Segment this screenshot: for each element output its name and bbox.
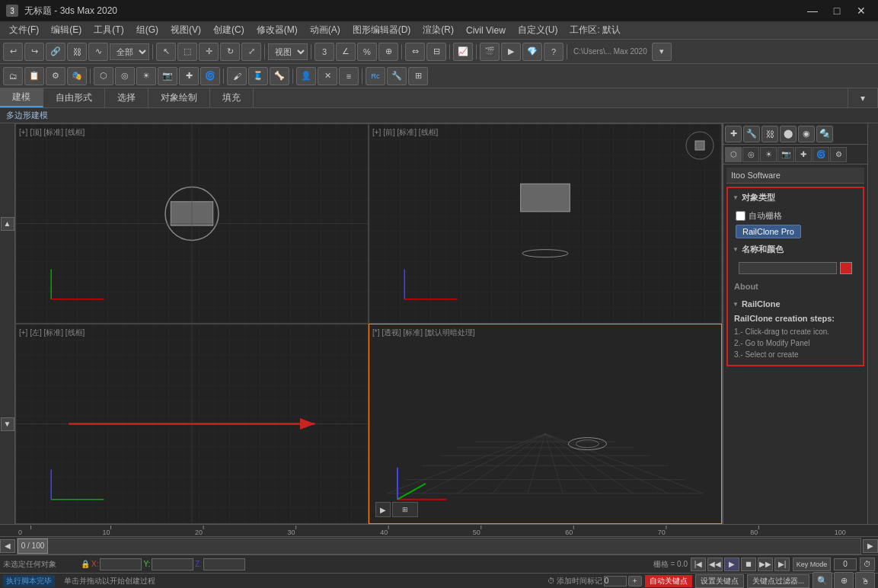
play-button[interactable]: ▶ [375,502,391,517]
render-setup-button[interactable]: 🎬 [480,43,500,61]
panel-spacewarp-btn[interactable]: 🌀 [813,147,829,162]
section-railclone[interactable]: RailClone [730,297,861,311]
go-start-button[interactable]: |◀ [691,558,706,571]
menu-file[interactable]: 文件(F) [3,22,45,38]
search-button[interactable]: 🔍 [813,572,832,589]
geometry-button[interactable]: ⬡ [94,67,113,85]
sub-tab-more[interactable]: ▾ [848,88,878,107]
viewport-front[interactable]: [+] [前] [标准] [线框] [369,123,722,324]
spinner-snap-button[interactable]: ⊕ [378,43,398,61]
panel-tab-modify[interactable]: 🔧 [743,126,760,142]
viewport-persp[interactable]: [*] [透视] [标准] [默认明暗处理] ▶ ⊞ [369,324,722,524]
keyfilter-button[interactable]: 关键点过滤器... [747,574,809,588]
panel-tab-create[interactable]: ✚ [725,126,742,142]
spacewarps-button[interactable]: 🌀 [200,67,220,85]
scroll-up-button[interactable]: ▲ [1,217,14,231]
select-region-button[interactable]: ⬚ [177,43,197,61]
rc-icon-3[interactable]: ⊞ [408,67,428,85]
panel-lights-btn[interactable]: ☀ [760,147,777,162]
viewport-layout-button[interactable]: ⊞ [392,502,418,517]
scene-states-button[interactable]: 🎭 [67,67,87,85]
panel-tab-motion[interactable]: ⬤ [780,126,797,142]
link-button[interactable]: 🔗 [46,43,65,61]
align-button[interactable]: ⊟ [426,43,446,61]
select-filter-dropdown[interactable]: 全部 [110,43,149,60]
menu-render[interactable]: 渲染(R) [417,22,460,38]
panel-tab-display[interactable]: ◉ [798,126,815,142]
paint-button[interactable]: 🖌 [227,67,247,85]
panel-tab-utilities[interactable]: 🔩 [816,126,833,142]
move-button[interactable]: ✛ [199,43,219,61]
menu-animation[interactable]: 动画(A) [304,22,346,38]
panel-systems-btn[interactable]: ⚙ [830,147,847,162]
next-key-button[interactable]: ▶▶ [758,558,773,571]
section-name-color[interactable]: 名称和颜色 [730,241,861,257]
scale-button[interactable]: ⤢ [241,43,261,61]
viewport-left[interactable]: [+] [左] [标准] [线框] [15,324,369,524]
help-button[interactable]: ? [544,43,564,61]
section-object-type[interactable]: 对象类型 [730,190,861,206]
sub-tab-fill[interactable]: 填充 [210,88,254,107]
time-tag-count[interactable] [604,576,627,586]
redo-button[interactable]: ↪ [24,43,44,61]
panel-helpers-btn[interactable]: ✚ [795,147,812,162]
mirror-button[interactable]: ⇔ [405,43,425,61]
helpers-button[interactable]: ✚ [179,67,199,85]
menu-modifier[interactable]: 修改器(M) [251,22,304,38]
cameras-button[interactable]: 📷 [158,67,177,85]
percent-snap-button[interactable]: % [357,43,377,61]
nav-button-2[interactable]: 🖱 [855,572,875,589]
z-coord-input[interactable] [203,558,245,570]
obj-properties-button[interactable]: ⚙ [46,67,65,85]
prev-key-button[interactable]: ◀◀ [707,558,723,571]
cloth-button[interactable]: 🧵 [248,67,268,85]
setkey-button[interactable]: 设置关键点 [695,574,744,588]
lights-button[interactable]: ☀ [136,67,156,85]
shapes-button[interactable]: ◎ [115,67,135,85]
view-dropdown[interactable]: 视图 [268,43,308,60]
stop-button[interactable]: ⏹ [741,558,756,571]
rc-icon-1[interactable]: Rc [366,67,385,85]
panel-cameras-btn[interactable]: 📷 [777,147,794,162]
color-swatch[interactable] [840,262,852,274]
autokey-button[interactable]: 自动关键点 [645,575,692,587]
maximize-button[interactable]: □ [826,2,848,19]
rotate-button[interactable]: ↻ [220,43,240,61]
ribbon-toggle-button[interactable]: ≡ [339,67,359,85]
nav-button-1[interactable]: ⊕ [834,572,854,589]
rc-icon-2[interactable]: 🔧 [387,67,407,85]
menu-view[interactable]: 视图(V) [164,22,207,38]
frame-input[interactable] [834,558,857,570]
time-thumb[interactable]: 0 / 100 [18,538,48,554]
prev-frame-button[interactable]: ◀ [0,539,15,553]
x-coord-input[interactable] [100,558,142,570]
menu-group[interactable]: 组(G) [130,22,164,38]
viewport-top[interactable]: [+] [顶] [标准] [线框] [15,123,369,324]
menu-graph-editor[interactable]: 图形编辑器(D) [346,22,417,38]
menu-create[interactable]: 创建(C) [207,22,251,38]
select-button[interactable]: ↖ [156,43,176,61]
sub-tab-modeling[interactable]: 建模 [0,88,43,107]
material-editor-button[interactable]: 💎 [522,43,542,61]
path-dropdown-button[interactable]: ▾ [652,43,672,61]
menu-edit[interactable]: 编辑(E) [45,22,88,38]
angle-snap-button[interactable]: ∠ [336,43,356,61]
menu-workspace[interactable]: 工作区: 默认 [564,22,627,38]
scene-explorer-button[interactable]: 🗂 [3,67,23,85]
xview-button[interactable]: ✕ [318,67,337,85]
skin-button[interactable]: 🦴 [270,67,289,85]
time-config-button[interactable]: ⏱ [860,558,875,571]
key-mode-button[interactable]: Key Mode [793,558,831,571]
panel-tab-hierarchy[interactable]: ⛓ [761,126,778,142]
next-frame-button[interactable]: ▶ [863,539,878,553]
curve-editor-button[interactable]: 📈 [453,43,473,61]
bind-button[interactable]: ∿ [88,43,108,61]
menu-customize[interactable]: 自定义(U) [512,22,564,38]
right-scrollbar[interactable] [867,123,878,524]
populate-button[interactable]: 👤 [296,67,316,85]
menu-civil-view[interactable]: Civil View [460,24,512,37]
menu-tools[interactable]: 工具(T) [88,22,129,38]
time-slider[interactable]: 0 / 100 [17,538,861,554]
scroll-down-button[interactable]: ▼ [1,417,14,431]
layer-manager-button[interactable]: 📋 [24,67,44,85]
